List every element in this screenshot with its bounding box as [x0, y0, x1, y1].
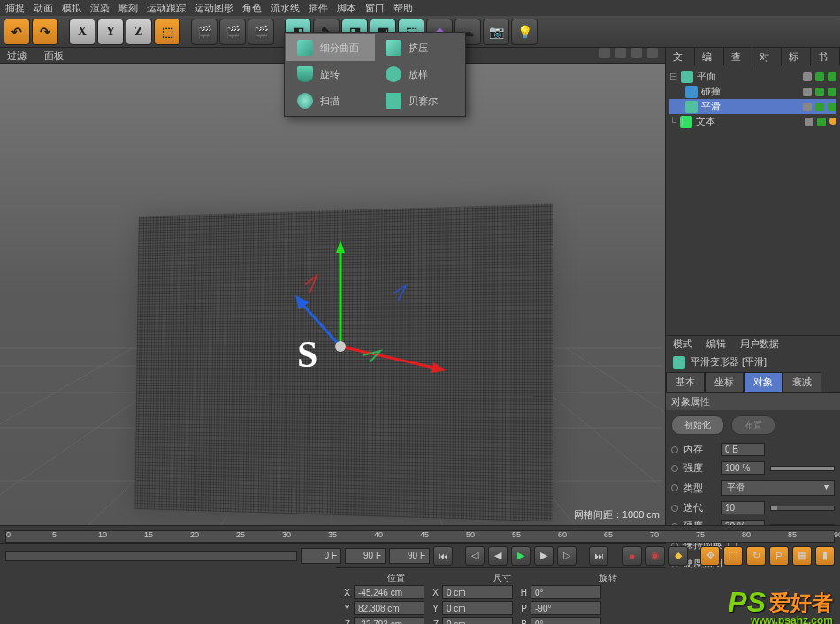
transport-bar: 0 F 90 F 90 F ⏮ ◁ ◀ ▶ ▶ ▷ ⏭ ● ◉ ◆ ✥ ⬚ ↻ …	[0, 543, 840, 567]
menu-item[interactable]: 雕刻	[118, 2, 138, 14]
opt-move-button[interactable]: ✥	[700, 546, 720, 566]
pos-y-input[interactable]: 82.308 cm	[354, 601, 424, 615]
menu-item[interactable]: 捕捉	[5, 2, 25, 14]
render-settings-button[interactable]: 🎬	[248, 19, 274, 45]
axis-z-button[interactable]: Z	[126, 19, 152, 45]
prev-frame-button[interactable]: ◀	[488, 546, 508, 566]
viewport-3d[interactable]: S 网格间距：1000 cm	[0, 64, 665, 525]
size-x-input[interactable]: 0 cm	[442, 585, 513, 599]
tab-bookmark[interactable]: 书签	[811, 48, 840, 65]
menu-item[interactable]: 角色	[242, 2, 262, 14]
timeline-track[interactable]: 051015202530354045505560657075808590	[5, 530, 835, 543]
subtab-basic[interactable]: 基本	[666, 372, 705, 392]
attr-tab-mode[interactable]: 模式	[666, 336, 699, 352]
menu-item[interactable]: 运动图形	[195, 2, 233, 14]
extrude-icon	[386, 40, 401, 56]
redo-button[interactable]: ↷	[32, 19, 58, 45]
record-button[interactable]: ●	[622, 546, 642, 566]
tab-object[interactable]: 对象	[752, 48, 782, 65]
vp-nav-icon[interactable]	[615, 48, 626, 58]
menu-item[interactable]: 脚本	[337, 2, 356, 14]
goto-end-button[interactable]: ⏭	[589, 546, 608, 566]
opt-rotate-button[interactable]: ↻	[746, 546, 766, 566]
tab-edit[interactable]: 编辑	[695, 48, 724, 65]
popup-lathe[interactable]: 旋转	[286, 61, 375, 88]
vp-tab-panel[interactable]: 面板	[44, 48, 64, 63]
subtab-falloff[interactable]: 衰减	[783, 372, 821, 392]
menu-item[interactable]: 帮助	[393, 2, 413, 14]
iter-input[interactable]: 10	[721, 501, 765, 514]
loft-icon	[386, 66, 401, 82]
strength-input[interactable]: 100 %	[721, 461, 765, 475]
opt-extra-button[interactable]: ▮	[815, 546, 835, 566]
timeline[interactable]: 051015202530354045505560657075808590	[0, 525, 840, 543]
menu-item[interactable]: 动画	[34, 2, 53, 14]
coord-system-button[interactable]: ⬚	[154, 19, 180, 45]
play-button[interactable]: ▶	[511, 546, 531, 566]
init-button[interactable]: 初始化	[671, 415, 724, 435]
menu-item[interactable]: 渲染	[90, 2, 110, 14]
tab-view[interactable]: 查看	[724, 48, 753, 65]
axis-y-button[interactable]: Y	[97, 19, 124, 45]
size-z-input[interactable]: 0 cm	[442, 617, 513, 624]
attr-tab-userdata[interactable]: 用户数据	[733, 336, 786, 352]
vp-tab-filter[interactable]: 过滤	[7, 48, 27, 63]
attr-row-iter: 迭代 10	[666, 498, 840, 517]
menu-item[interactable]: 插件	[309, 2, 328, 14]
popup-sweep[interactable]: 扫描	[286, 88, 375, 114]
subtab-object[interactable]: 对象	[744, 372, 783, 392]
strength-slider[interactable]	[770, 466, 835, 471]
popup-subdiv[interactable]: 细分曲面	[286, 34, 375, 61]
tree-row[interactable]: 碰撞	[669, 84, 836, 99]
goto-start-button[interactable]: ⏮	[433, 546, 453, 566]
pos-x-input[interactable]: -45.246 cm	[354, 585, 424, 599]
pos-z-input[interactable]: -22.793 cm	[354, 617, 424, 624]
rot-b-input[interactable]: 0°	[531, 617, 601, 624]
menu-item[interactable]: 模拟	[62, 2, 81, 14]
next-key-button[interactable]: ▷	[557, 546, 577, 566]
opt-pla-button[interactable]: ▦	[792, 546, 812, 566]
vp-nav-icon[interactable]	[647, 48, 658, 58]
light-button[interactable]: 💡	[511, 19, 538, 45]
opt-param-button[interactable]: P	[769, 546, 789, 566]
attr-row-memory: 内存0 B	[666, 440, 840, 459]
subtab-coord[interactable]: 坐标	[705, 372, 744, 392]
tab-tags[interactable]: 标签	[782, 48, 811, 65]
popup-bezier[interactable]: 贝赛尔	[375, 88, 463, 114]
render-region-button[interactable]: 🎬	[219, 19, 246, 45]
keyframe-button[interactable]: ◆	[668, 546, 688, 566]
range-slider[interactable]	[5, 551, 297, 561]
opt-scale-button[interactable]: ⬚	[723, 546, 743, 566]
tree-row[interactable]: 平滑	[669, 99, 836, 114]
popup-loft[interactable]: 放样	[375, 61, 463, 88]
tab-file[interactable]: 文件	[666, 48, 695, 65]
undo-button[interactable]: ↶	[4, 19, 30, 45]
menu-item[interactable]: 流水线	[271, 2, 300, 14]
tree-row[interactable]: └T 文本	[669, 114, 836, 129]
autokey-button[interactable]: ◉	[645, 546, 665, 566]
size-y-input[interactable]: 0 cm	[442, 601, 513, 615]
generator-popup[interactable]: 细分曲面 挤压 旋转 放样 扫描 贝赛尔	[284, 32, 466, 117]
prev-key-button[interactable]: ◁	[465, 546, 485, 566]
next-frame-button[interactable]: ▶	[534, 546, 554, 566]
render-view-button[interactable]: 🎬	[191, 19, 218, 45]
camera-button[interactable]: 📷	[483, 19, 509, 45]
frame-total[interactable]: 90 F	[389, 548, 430, 564]
type-dropdown[interactable]: 平滑▾	[721, 480, 835, 496]
popup-extrude[interactable]: 挤压	[375, 34, 463, 61]
iter-slider[interactable]	[770, 506, 835, 511]
attr-tab-edit[interactable]: 编辑	[699, 336, 733, 352]
reset-button[interactable]: 布置	[731, 415, 775, 435]
menu-item[interactable]: 窗口	[365, 2, 385, 14]
vp-nav-icon[interactable]	[599, 48, 610, 58]
frame-current[interactable]: 0 F	[301, 548, 341, 564]
frame-end[interactable]: 90 F	[345, 548, 386, 564]
vp-nav-icon[interactable]	[631, 48, 642, 58]
tree-row[interactable]: ⊟ 平面	[669, 69, 836, 84]
menu-item[interactable]: 运动跟踪	[147, 2, 186, 14]
rot-h-input[interactable]: 0°	[531, 585, 601, 599]
object-tree[interactable]: ⊟ 平面 碰撞 平滑 └T 文本	[666, 65, 840, 335]
plane-object[interactable]	[134, 204, 553, 522]
rot-p-input[interactable]: -90°	[531, 601, 601, 615]
axis-x-button[interactable]: X	[69, 19, 95, 45]
